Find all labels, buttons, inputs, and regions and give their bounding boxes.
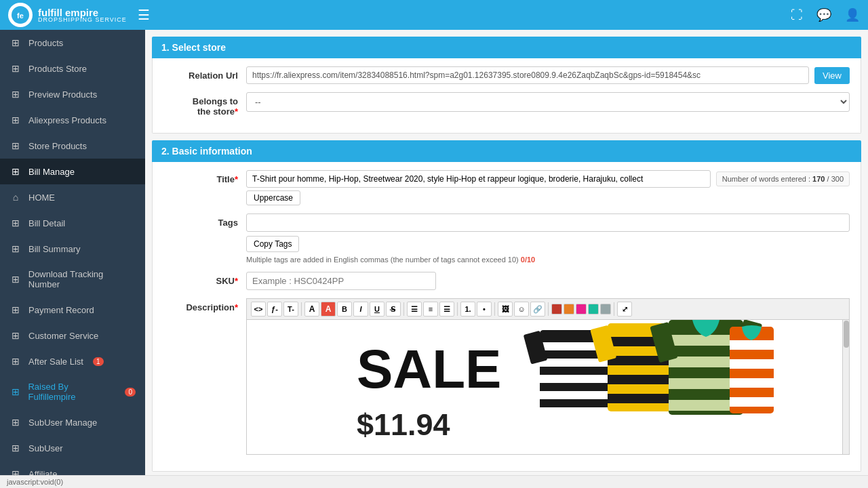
- description-toolbar: <> ƒ- T- A A B I U S̶ ☰ ≡: [246, 298, 850, 319]
- sidebar-item-bill-summary[interactable]: ⊞ Bill Summary: [0, 236, 145, 262]
- sidebar-item-affiliate[interactable]: ⊞ Affiliate: [0, 461, 145, 475]
- toolbar-source-btn[interactable]: <>: [251, 302, 266, 317]
- toolbar-divider1: [301, 302, 302, 316]
- section1: 1. Select store Relation Url View Belong…: [152, 37, 861, 134]
- view-button[interactable]: View: [814, 67, 850, 84]
- word-count-label: Number of words entered :: [722, 175, 812, 183]
- sku-row: SKU*: [163, 272, 850, 290]
- sidebar-item-raised-by[interactable]: ⊞ Raised By Fulfillempire 0: [0, 374, 145, 409]
- uppercase-button[interactable]: Uppercase: [246, 190, 300, 205]
- toolbar-fontcolor-btn[interactable]: A: [304, 302, 319, 317]
- toolbar-emoji-btn[interactable]: ☺: [514, 302, 529, 317]
- description-row: Description* <> ƒ- T- A A B I U S̶: [163, 298, 850, 455]
- relation-url-input[interactable]: [246, 66, 809, 84]
- toolbar-teal-box-btn[interactable]: [588, 304, 599, 314]
- section1-header: 1. Select store: [152, 37, 861, 58]
- grid-icon: ⊞: [9, 166, 22, 177]
- sidebar-item-subuser-manage[interactable]: ⊞ SubUser Manage: [0, 409, 145, 435]
- sidebar-item-bill-detail[interactable]: ⊞ Bill Detail: [0, 210, 145, 236]
- toolbar-unordered-list-btn[interactable]: •: [477, 302, 492, 317]
- description-content-area[interactable]: SALE $11.94: [246, 319, 850, 455]
- sidebar-item-payment-record[interactable]: ⊞ Payment Record: [0, 297, 145, 323]
- toolbar-strikethrough-btn[interactable]: S̶: [386, 302, 401, 317]
- fullscreen-icon[interactable]: ⛶: [791, 8, 803, 22]
- messages-icon[interactable]: 💬: [816, 7, 831, 22]
- grid-icon: ⊞: [9, 115, 22, 125]
- toolbar-divider4: [494, 302, 495, 316]
- grid-icon: ⊞: [9, 274, 22, 285]
- belongs-store-select[interactable]: --: [246, 92, 850, 112]
- sidebar-item-label: Payment Record: [28, 305, 94, 315]
- toolbar-align-right-btn[interactable]: ☰: [439, 302, 454, 317]
- svg-rect-8: [540, 375, 608, 383]
- after-sale-badge: 1: [93, 357, 104, 366]
- toolbar-format-btn[interactable]: ƒ-: [267, 302, 282, 317]
- sidebar-item-home[interactable]: ⌂ HOME: [0, 184, 145, 210]
- sidebar-item-label: Products Store: [28, 64, 87, 74]
- sidebar-item-bill-manage[interactable]: ⊞ Bill Manage: [0, 159, 145, 184]
- toolbar-expand-btn[interactable]: ⤢: [617, 302, 632, 317]
- logo-area: fe fulfill empire DROPSHIPPING SERVICE: [8, 3, 127, 27]
- toolbar-pink-box-btn[interactable]: [576, 304, 587, 314]
- home-icon: ⌂: [9, 192, 22, 203]
- sidebar-item-products[interactable]: ⊞ Products: [0, 30, 145, 56]
- toolbar-red-box-btn[interactable]: [551, 304, 562, 314]
- toolbar-image-btn[interactable]: 🖼: [498, 302, 513, 317]
- tags-input[interactable]: [246, 214, 850, 232]
- title-input[interactable]: [246, 170, 711, 188]
- toolbar-ordered-list-btn[interactable]: 1.: [460, 302, 475, 317]
- grid-icon: ⊞: [9, 468, 22, 475]
- svg-rect-28: [730, 340, 774, 350]
- sidebar-item-products-store[interactable]: ⊞ Products Store: [0, 56, 145, 81]
- toolbar-gray-box-btn[interactable]: [600, 304, 611, 314]
- tags-label: Tags: [163, 214, 238, 228]
- grid-icon: ⊞: [9, 140, 22, 151]
- description-editor[interactable]: SALE $11.94: [247, 320, 849, 454]
- copy-tags-button[interactable]: Copy Tags: [246, 236, 299, 252]
- toolbar-italic-btn[interactable]: I: [353, 302, 368, 317]
- tags-hint: Multiple tags are added in English comma…: [246, 256, 850, 264]
- sidebar-item-subuser[interactable]: ⊞ SubUser: [0, 435, 145, 461]
- svg-text:$11.94: $11.94: [357, 407, 450, 442]
- sidebar-item-preview-products[interactable]: ⊞ Preview Products: [0, 81, 145, 107]
- user-icon[interactable]: 👤: [845, 7, 860, 22]
- sidebar-item-download-tracking[interactable]: ⊞ Download Tracking Number: [0, 262, 145, 297]
- svg-rect-17: [608, 394, 679, 403]
- relation-url-control: View: [246, 66, 850, 84]
- svg-text:SALE: SALE: [357, 339, 501, 399]
- grid-icon: ⊞: [9, 330, 22, 341]
- sidebar-item-store-products[interactable]: ⊞ Store Products: [0, 133, 145, 159]
- sidebar-item-aliexpress-products[interactable]: ⊞ Aliexpress Products: [0, 107, 145, 133]
- main-content: 1. Select store Relation Url View Belong…: [145, 30, 868, 475]
- grid-icon: ⊞: [9, 356, 22, 367]
- sidebar-item-customer-service[interactable]: ⊞ Customer Service: [0, 323, 145, 348]
- toolbar-link-btn[interactable]: 🔗: [530, 302, 545, 317]
- toolbar-align-center-btn[interactable]: ≡: [423, 302, 438, 317]
- toolbar-underline-btn[interactable]: U: [370, 302, 384, 317]
- grid-icon: ⊞: [9, 386, 21, 397]
- belongs-store-row: Belongs tothe store* --: [163, 92, 850, 117]
- toolbar-divider6: [614, 302, 614, 316]
- sidebar-item-after-sale[interactable]: ⊞ After Sale List 1: [0, 348, 145, 374]
- grid-icon: ⊞: [9, 243, 22, 254]
- toolbar-highlight-btn[interactable]: A: [321, 302, 336, 317]
- toolbar-orange-box-btn[interactable]: [564, 304, 574, 314]
- logo-icon: fe: [8, 3, 33, 27]
- toolbar-fontsize-btn[interactable]: T-: [283, 302, 298, 317]
- section2: 2. Basic information Title* Number of wo…: [152, 140, 861, 472]
- bottom-text: javascript:void(0): [7, 478, 63, 486]
- grid-icon: ⊞: [9, 37, 22, 48]
- relation-url-row: Relation Url View: [163, 66, 850, 84]
- sidebar-item-label: Products: [28, 38, 63, 48]
- description-scrollbar[interactable]: [842, 320, 849, 455]
- toolbar-bold-btn[interactable]: B: [337, 302, 352, 317]
- sidebar-item-label: Affiliate: [28, 469, 57, 476]
- top-navbar: fe fulfill empire DROPSHIPPING SERVICE ☰…: [0, 0, 868, 30]
- sku-control: [246, 272, 850, 290]
- hamburger-button[interactable]: ☰: [138, 7, 150, 23]
- relation-url-label: Relation Url: [163, 66, 238, 81]
- grid-icon: ⊞: [9, 89, 22, 100]
- sku-input[interactable]: [246, 272, 436, 290]
- toolbar-align-left-btn[interactable]: ☰: [407, 302, 422, 317]
- grid-icon: ⊞: [9, 218, 22, 228]
